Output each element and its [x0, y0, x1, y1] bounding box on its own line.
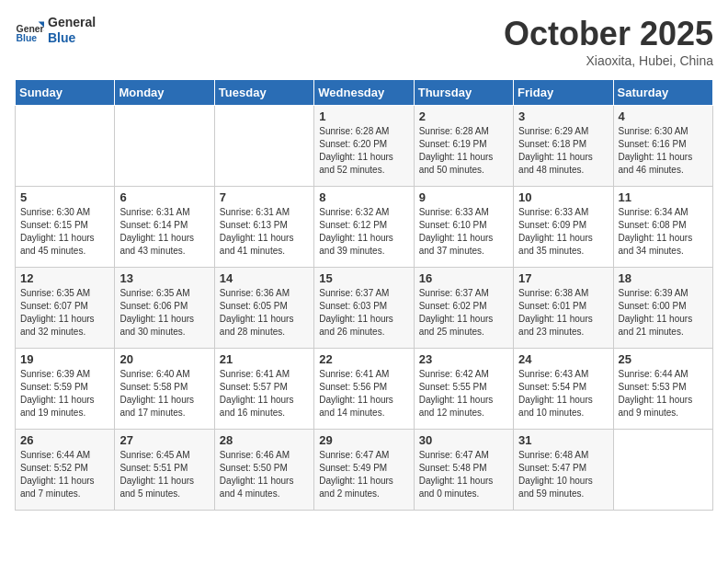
- day-number: 25: [619, 352, 708, 366]
- day-number: 24: [518, 352, 608, 366]
- cell-info: Sunrise: 6:40 AM Sunset: 5:58 PM Dayligh…: [119, 368, 209, 419]
- cell-info: Sunrise: 6:44 AM Sunset: 5:52 PM Dayligh…: [20, 449, 109, 500]
- calendar-cell: 13Sunrise: 6:35 AM Sunset: 6:06 PM Dayli…: [115, 268, 214, 349]
- calendar-cell: 11Sunrise: 6:34 AM Sunset: 6:08 PM Dayli…: [613, 187, 712, 268]
- day-number: 6: [119, 190, 209, 204]
- day-number: 15: [319, 271, 408, 285]
- calendar-cell: 3Sunrise: 6:29 AM Sunset: 6:18 PM Daylig…: [514, 106, 613, 187]
- cell-info: Sunrise: 6:38 AM Sunset: 6:01 PM Dayligh…: [518, 287, 608, 339]
- cell-info: Sunrise: 6:41 AM Sunset: 5:56 PM Dayligh…: [319, 368, 408, 419]
- calendar-cell: 28Sunrise: 6:46 AM Sunset: 5:50 PM Dayli…: [214, 430, 313, 511]
- day-number: 17: [518, 271, 608, 285]
- calendar-cell: 20Sunrise: 6:40 AM Sunset: 5:58 PM Dayli…: [115, 349, 214, 430]
- calendar-cell: 12Sunrise: 6:35 AM Sunset: 6:07 PM Dayli…: [16, 268, 115, 349]
- calendar-cell: 5Sunrise: 6:30 AM Sunset: 6:15 PM Daylig…: [16, 187, 115, 268]
- day-number: 11: [619, 190, 708, 204]
- day-number: 18: [619, 271, 708, 285]
- page-header: General Blue General Blue October 2025 X…: [15, 15, 713, 68]
- cell-info: Sunrise: 6:44 AM Sunset: 5:53 PM Dayligh…: [619, 368, 708, 419]
- day-number: 20: [119, 352, 209, 366]
- calendar-cell: 29Sunrise: 6:47 AM Sunset: 5:49 PM Dayli…: [314, 430, 414, 511]
- calendar-cell: 25Sunrise: 6:44 AM Sunset: 5:53 PM Dayli…: [613, 349, 712, 430]
- calendar-cell: [214, 106, 313, 187]
- day-number: 9: [419, 190, 508, 204]
- calendar-cell: 18Sunrise: 6:39 AM Sunset: 6:00 PM Dayli…: [613, 268, 712, 349]
- column-header-thursday: Thursday: [414, 80, 513, 106]
- day-number: 30: [419, 433, 508, 447]
- cell-info: Sunrise: 6:34 AM Sunset: 6:08 PM Dayligh…: [619, 206, 708, 258]
- logo-blue: Blue: [48, 30, 75, 45]
- cell-info: Sunrise: 6:31 AM Sunset: 6:13 PM Dayligh…: [220, 206, 309, 258]
- cell-info: Sunrise: 6:48 AM Sunset: 5:47 PM Dayligh…: [518, 449, 608, 500]
- column-header-wednesday: Wednesday: [314, 80, 414, 106]
- day-number: 13: [119, 271, 209, 285]
- cell-info: Sunrise: 6:29 AM Sunset: 6:18 PM Dayligh…: [518, 125, 608, 177]
- calendar-cell: 15Sunrise: 6:37 AM Sunset: 6:03 PM Dayli…: [314, 268, 414, 349]
- column-header-tuesday: Tuesday: [214, 80, 313, 106]
- cell-info: Sunrise: 6:33 AM Sunset: 6:09 PM Dayligh…: [518, 206, 608, 258]
- svg-text:General: General: [17, 23, 44, 33]
- day-number: 10: [518, 190, 608, 204]
- day-number: 16: [419, 271, 508, 285]
- calendar-cell: 4Sunrise: 6:30 AM Sunset: 6:16 PM Daylig…: [613, 106, 712, 187]
- calendar-cell: 7Sunrise: 6:31 AM Sunset: 6:13 PM Daylig…: [214, 187, 313, 268]
- calendar-cell: 19Sunrise: 6:39 AM Sunset: 5:59 PM Dayli…: [16, 349, 115, 430]
- day-number: 5: [20, 190, 109, 204]
- day-number: 12: [20, 271, 109, 285]
- day-number: 7: [220, 190, 309, 204]
- calendar-cell: 14Sunrise: 6:36 AM Sunset: 6:05 PM Dayli…: [214, 268, 313, 349]
- cell-info: Sunrise: 6:45 AM Sunset: 5:51 PM Dayligh…: [119, 449, 209, 500]
- calendar-cell: 16Sunrise: 6:37 AM Sunset: 6:02 PM Dayli…: [414, 268, 513, 349]
- cell-info: Sunrise: 6:46 AM Sunset: 5:50 PM Dayligh…: [220, 449, 309, 500]
- cell-info: Sunrise: 6:30 AM Sunset: 6:16 PM Dayligh…: [619, 125, 708, 177]
- day-number: 22: [319, 352, 408, 366]
- calendar-cell: 9Sunrise: 6:33 AM Sunset: 6:10 PM Daylig…: [414, 187, 513, 268]
- day-number: 19: [20, 352, 109, 366]
- title-area: October 2025 Xiaoxita, Hubei, China: [504, 15, 713, 68]
- cell-info: Sunrise: 6:37 AM Sunset: 6:02 PM Dayligh…: [419, 287, 508, 339]
- day-number: 14: [220, 271, 309, 285]
- column-header-friday: Friday: [514, 80, 613, 106]
- calendar-cell: 24Sunrise: 6:43 AM Sunset: 5:54 PM Dayli…: [514, 349, 613, 430]
- cell-info: Sunrise: 6:28 AM Sunset: 6:20 PM Dayligh…: [319, 125, 408, 177]
- cell-info: Sunrise: 6:35 AM Sunset: 6:07 PM Dayligh…: [20, 287, 109, 339]
- day-number: 4: [619, 109, 708, 123]
- calendar-cell: 10Sunrise: 6:33 AM Sunset: 6:09 PM Dayli…: [514, 187, 613, 268]
- logo-general: General: [48, 15, 96, 29]
- cell-info: Sunrise: 6:33 AM Sunset: 6:10 PM Dayligh…: [419, 206, 508, 258]
- day-number: 23: [419, 352, 508, 366]
- calendar-cell: [613, 430, 712, 511]
- day-number: 2: [419, 109, 508, 123]
- cell-info: Sunrise: 6:39 AM Sunset: 5:59 PM Dayligh…: [20, 368, 109, 419]
- calendar-cell: 30Sunrise: 6:47 AM Sunset: 5:48 PM Dayli…: [414, 430, 513, 511]
- day-number: 28: [220, 433, 309, 447]
- day-number: 26: [20, 433, 109, 447]
- calendar-table: SundayMondayTuesdayWednesdayThursdayFrid…: [15, 79, 713, 511]
- cell-info: Sunrise: 6:42 AM Sunset: 5:55 PM Dayligh…: [419, 368, 508, 419]
- calendar-cell: 8Sunrise: 6:32 AM Sunset: 6:12 PM Daylig…: [314, 187, 414, 268]
- cell-info: Sunrise: 6:32 AM Sunset: 6:12 PM Dayligh…: [319, 206, 408, 258]
- cell-info: Sunrise: 6:39 AM Sunset: 6:00 PM Dayligh…: [619, 287, 708, 339]
- calendar-cell: 2Sunrise: 6:28 AM Sunset: 6:19 PM Daylig…: [414, 106, 513, 187]
- day-number: 3: [518, 109, 608, 123]
- day-number: 29: [319, 433, 408, 447]
- cell-info: Sunrise: 6:37 AM Sunset: 6:03 PM Dayligh…: [319, 287, 408, 339]
- logo-icon: General Blue: [15, 16, 44, 45]
- cell-info: Sunrise: 6:35 AM Sunset: 6:06 PM Dayligh…: [119, 287, 209, 339]
- svg-text:Blue: Blue: [17, 33, 38, 43]
- calendar-cell: 22Sunrise: 6:41 AM Sunset: 5:56 PM Dayli…: [314, 349, 414, 430]
- calendar-cell: 31Sunrise: 6:48 AM Sunset: 5:47 PM Dayli…: [514, 430, 613, 511]
- day-number: 31: [518, 433, 608, 447]
- calendar-cell: 17Sunrise: 6:38 AM Sunset: 6:01 PM Dayli…: [514, 268, 613, 349]
- calendar-cell: 26Sunrise: 6:44 AM Sunset: 5:52 PM Dayli…: [16, 430, 115, 511]
- cell-info: Sunrise: 6:43 AM Sunset: 5:54 PM Dayligh…: [518, 368, 608, 419]
- day-number: 1: [319, 109, 408, 123]
- calendar-cell: 21Sunrise: 6:41 AM Sunset: 5:57 PM Dayli…: [214, 349, 313, 430]
- day-number: 27: [119, 433, 209, 447]
- location-subtitle: Xiaoxita, Hubei, China: [504, 53, 713, 68]
- calendar-cell: [16, 106, 115, 187]
- cell-info: Sunrise: 6:36 AM Sunset: 6:05 PM Dayligh…: [220, 287, 309, 339]
- calendar-cell: [115, 106, 214, 187]
- day-number: 8: [319, 190, 408, 204]
- logo: General Blue General Blue: [15, 15, 96, 46]
